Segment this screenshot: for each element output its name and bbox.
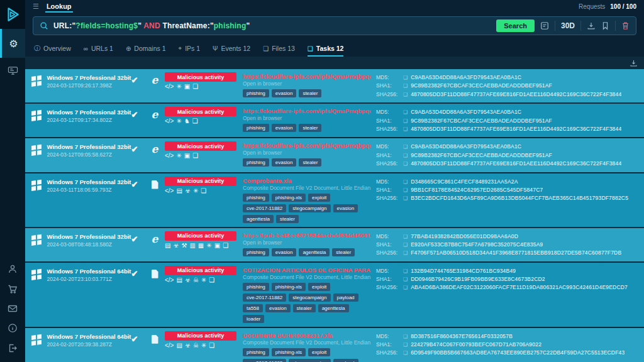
copy-icon[interactable]: ❏ [403,178,408,186]
task-target-link[interactable]: Comprobante.xla [243,177,371,184]
copy-icon[interactable]: ❏ [403,284,408,292]
task-target-link[interactable]: https://pub-be48ee68215844acbdd534d46061… [243,232,371,239]
tag-evasion[interactable]: evasion [333,204,358,212]
task-row[interactable]: Windows 7 Professional 64bit2024-02-20T2… [25,263,644,327]
copy-icon[interactable]: ❏ [403,276,408,283]
app-logo[interactable] [0,0,25,29]
tab-overview[interactable]: ⓘOverview [34,40,71,57]
tab-tasks[interactable]: ❑Tasks 12 [308,40,344,57]
task-row[interactable]: Windows 7 Professional 64bit2024-02-20T2… [25,328,644,362]
tag-evasion[interactable]: evasion [265,304,291,312]
tag-agenttesla[interactable]: agenttesla [243,215,274,223]
tag-evasion[interactable]: evasion [272,89,297,97]
copy-icon[interactable]: ❏ [403,91,408,99]
task-row[interactable]: Windows 7 Professional 32bit2024-03-08T0… [25,228,644,261]
copy-icon[interactable]: ❏ [403,333,408,341]
task-row[interactable]: Windows 7 Professional 32bit2024-03-12T0… [25,104,644,137]
tag-phishing[interactable]: phishing [243,348,269,356]
tab-ips[interactable]: ⌖IPs 1 [179,40,201,57]
tag-phishing[interactable]: phishing [243,158,269,167]
tag-phishing-xls[interactable]: phishing-xls [272,194,306,202]
copy-icon[interactable]: ❏ [403,118,408,125]
copy-icon[interactable]: ❏ [403,143,408,151]
task-row[interactable]: Windows 7 Professional 32bit2024-03-11T1… [25,173,644,227]
tag-cve-2017-11882[interactable]: cve-2017-11882 [243,293,286,302]
tag-phishing[interactable]: phishing [243,248,269,256]
copy-icon[interactable]: ❏ [403,233,408,241]
tag-agenttesla[interactable]: agenttesla [299,248,330,256]
tag-stegocampaign[interactable]: stegocampaign [289,359,330,362]
tag-cve-2017-11882[interactable]: cve-2017-11882 [243,359,286,362]
tag-loader[interactable]: loader [243,315,264,323]
task-row[interactable]: Windows 7 Professional 32bit2024-03-12T0… [25,69,644,102]
period-selector[interactable]: 30D [561,21,575,30]
copy-icon[interactable]: ❏ [403,187,408,194]
task-target-link[interactable]: https://cloudflare-ipfs.com/ipfs/QmaPmqb… [243,73,371,80]
menu-icon[interactable]: ☰ [33,3,39,11]
query-history-button[interactable] [540,21,549,30]
sidebar-item-store[interactable] [8,284,18,294]
tag-stegocampaign[interactable]: stegocampaign [289,204,330,212]
search-query[interactable]: URL:"?fields=hosting$" AND ThreatName:"p… [53,21,491,30]
copy-icon[interactable]: ❏ [403,349,408,357]
tab-domains[interactable]: ⊕Domains 1 [126,40,166,57]
page-title[interactable]: Lookup [45,0,73,13]
tag-phishing[interactable]: phishing [243,124,269,132]
copy-icon[interactable]: ❏ [403,109,408,116]
tag-phishing-xls[interactable]: phishing-xls [272,283,306,291]
tag-stealer[interactable]: stealer [299,158,321,167]
task-target-link[interactable]: Documente BUHIR00682317.xla [243,332,371,339]
open-in-browser-link[interactable]: Open in browser [243,150,371,156]
task-target-link[interactable]: COTIZACION ARTICULOS DE OFICINA PARA PRO… [243,266,371,273]
tag-phishing[interactable]: phishing [243,89,269,97]
open-in-browser-link[interactable]: Open in browser [243,239,371,246]
tag-phishing-xls[interactable]: phishing-xls [272,348,306,356]
sidebar-item-info[interactable] [8,323,18,333]
tag-phishing[interactable]: phishing [243,283,269,291]
task-target-link[interactable]: https://cloudflare-ipfs.com/ipfs/QmaPmqb… [243,107,371,114]
tag-exploit[interactable]: exploit [308,194,330,202]
tag-phishing[interactable]: phishing [243,194,269,202]
sidebar-item-contact[interactable] [8,304,18,313]
tag-stealer[interactable]: stealer [299,124,321,132]
clear-query-button[interactable] [621,21,630,30]
copy-icon[interactable]: ❏ [403,160,408,168]
sidebar-item-profile[interactable] [8,264,18,274]
tag-stealer[interactable]: stealer [276,215,299,223]
copy-icon[interactable]: ❏ [403,268,408,275]
task-target-link[interactable]: https://cloudflare-ipfs.com/ipfs/QmaPmqb… [243,142,371,149]
sidebar-item-sandbox[interactable] [0,58,25,83]
open-in-browser-link[interactable]: Open in browser [243,115,371,121]
sidebar-item-logout[interactable] [8,343,18,353]
copy-icon[interactable]: ❏ [403,82,408,90]
tag-evasion[interactable]: evasion [272,158,297,167]
tag-stealer[interactable]: stealer [293,304,316,312]
tag-exploit[interactable]: exploit [308,348,330,356]
export-results-button[interactable] [630,59,638,67]
search-button[interactable]: Search [496,19,535,32]
copy-icon[interactable]: ❏ [403,152,408,160]
tag-payload[interactable]: payload [333,293,358,302]
tag-stealer[interactable]: stealer [332,248,355,256]
copy-icon[interactable]: ❏ [403,241,408,249]
bookmark-query-button[interactable] [601,21,609,30]
copy-icon[interactable]: ❏ [403,74,408,82]
tag-stealer[interactable]: stealer [299,89,321,97]
sidebar-item-lookup[interactable]: ⚙ [0,29,25,58]
copy-icon[interactable]: ❏ [403,250,408,257]
tag-stegocampaign[interactable]: stegocampaign [289,293,330,302]
tag-payload[interactable]: payload [333,359,358,362]
tag-agenttesla[interactable]: agenttesla [318,304,349,312]
copy-icon[interactable]: ❏ [403,341,408,349]
tag-cve-2017-11882[interactable]: cve-2017-11882 [243,204,286,212]
tab-events[interactable]: ΨEvents 12 [213,40,250,57]
tag-evasion[interactable]: evasion [272,248,297,256]
search-input[interactable]: URL:"?fields=hosting$" AND ThreatName:"p… [33,16,636,35]
open-in-browser-link[interactable]: Open in browser [243,80,371,87]
tag-exploit[interactable]: exploit [308,283,330,291]
copy-icon[interactable]: ❏ [403,126,408,133]
tab-files[interactable]: ❏Files 13 [263,40,295,57]
tab-urls[interactable]: ∞URLs 1 [84,40,113,57]
task-row[interactable]: Windows 7 Professional 32bit2024-03-12T0… [25,138,644,172]
export-query-button[interactable] [587,21,596,30]
